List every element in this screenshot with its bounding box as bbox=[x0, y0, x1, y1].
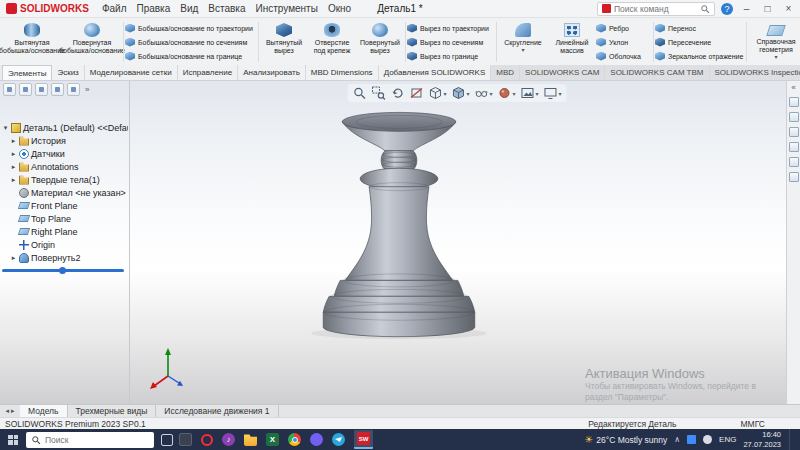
tab-solidworks-addins[interactable]: Добавления SOLIDWORKS bbox=[379, 65, 492, 80]
view-settings-icon[interactable]: ▾ bbox=[544, 86, 562, 100]
menu-tools[interactable]: Инструменты bbox=[251, 3, 323, 14]
menu-insert[interactable]: Вставка bbox=[203, 3, 250, 14]
tab-scroll-left-icon[interactable]: ◂ bbox=[5, 407, 9, 415]
tab-repair[interactable]: Исправление bbox=[178, 65, 239, 80]
menu-view[interactable]: Вид bbox=[175, 3, 203, 14]
taskbar-search[interactable] bbox=[26, 432, 154, 448]
expand-icon[interactable]: ▸ bbox=[10, 163, 17, 171]
tab-3d-views[interactable]: Трехмерные виды bbox=[68, 405, 157, 417]
music-app-icon[interactable]: ♪ bbox=[222, 433, 235, 446]
design-library-icon[interactable] bbox=[789, 97, 799, 107]
tab-evaluate[interactable]: Анализировать bbox=[238, 65, 306, 80]
wrap-button[interactable]: Перенос bbox=[655, 22, 745, 34]
browser-icon[interactable] bbox=[288, 433, 301, 446]
tab-mbd-dimensions[interactable]: MBD Dimensions bbox=[306, 65, 379, 80]
task-view-icon[interactable] bbox=[161, 434, 173, 446]
hide-show-items-icon[interactable]: ▾ bbox=[474, 86, 492, 100]
intersect-button[interactable]: Пересечение bbox=[655, 36, 745, 48]
featuremanager-tab-icon[interactable] bbox=[3, 83, 16, 96]
shell-button[interactable]: Оболочка bbox=[596, 50, 652, 62]
tree-item-top-plane[interactable]: Top Plane bbox=[10, 212, 128, 225]
command-search[interactable] bbox=[597, 2, 715, 16]
collapse-icon[interactable]: ▾ bbox=[2, 124, 9, 132]
tree-item-solid-bodies[interactable]: ▸Твердые тела(1) bbox=[10, 173, 128, 186]
pane-collapse-icon[interactable]: « bbox=[791, 84, 795, 92]
graphics-viewport[interactable]: ▾ ▾ ▾ ▾ ▾ ▾ » ▾Деталь1 (Default) <<Defau… bbox=[0, 81, 800, 404]
taskbar-clock[interactable]: 16:4027.07.2023 bbox=[743, 430, 781, 449]
configurationmanager-tab-icon[interactable] bbox=[35, 83, 48, 96]
opera-icon[interactable] bbox=[201, 434, 213, 446]
previous-view-icon[interactable] bbox=[390, 86, 404, 100]
swept-boss-button[interactable]: Бобышка/основание по траектории bbox=[125, 22, 257, 34]
tree-item-annotations[interactable]: ▸Annotations bbox=[10, 160, 128, 173]
linear-pattern-button[interactable]: Линейныймассив bbox=[548, 19, 596, 65]
close-button[interactable]: × bbox=[781, 3, 796, 14]
boundary-boss-button[interactable]: Бобышка/основание на границе bbox=[125, 50, 257, 62]
hole-wizard-button[interactable]: Отверстиепод крепеж bbox=[308, 19, 356, 65]
tab-solidworks-inspection[interactable]: SOLIDWORKS Inspection bbox=[710, 65, 800, 80]
pane-expand-icon[interactable]: » bbox=[85, 85, 89, 94]
maximize-button[interactable]: □ bbox=[760, 3, 775, 14]
language-indicator[interactable]: ENG bbox=[719, 435, 736, 444]
tree-item-revolve2[interactable]: ▸Повернуть2 bbox=[10, 251, 128, 264]
display-style-icon[interactable]: ▾ bbox=[451, 86, 469, 100]
start-button[interactable] bbox=[0, 429, 26, 450]
boundary-cut-button[interactable]: Вырез по границе bbox=[407, 50, 495, 62]
tab-features[interactable]: Элементы bbox=[2, 65, 52, 80]
scene-icon[interactable] bbox=[789, 157, 799, 167]
tree-item-origin[interactable]: Origin bbox=[10, 238, 128, 251]
help-icon[interactable]: ? bbox=[721, 3, 733, 15]
expand-icon[interactable]: ▸ bbox=[10, 137, 17, 145]
taskbar-search-input[interactable] bbox=[45, 435, 149, 445]
tab-solidworks-cam[interactable]: SOLIDWORKS CAM bbox=[520, 65, 605, 80]
tree-item-front-plane[interactable]: Front Plane bbox=[10, 199, 128, 212]
fillet-button[interactable]: Скругление▾ bbox=[498, 19, 548, 65]
tab-scroll-buttons[interactable]: ◂▸ bbox=[0, 405, 20, 417]
custom-properties-icon[interactable] bbox=[789, 172, 799, 182]
tab-motion-study-1[interactable]: Исследование движения 1 bbox=[156, 405, 278, 417]
expand-icon[interactable]: ▸ bbox=[10, 254, 17, 262]
viber-icon[interactable] bbox=[310, 433, 323, 446]
tab-sketch[interactable]: Эскиз bbox=[52, 65, 84, 80]
apply-scene-icon[interactable]: ▾ bbox=[521, 86, 539, 100]
rollback-bar[interactable] bbox=[2, 269, 124, 272]
weather-widget[interactable]: ☀26°C Mostly sunny bbox=[584, 434, 667, 445]
show-desktop-strip[interactable] bbox=[789, 429, 795, 450]
file-explorer-icon[interactable] bbox=[789, 112, 799, 122]
expand-icon[interactable]: ▸ bbox=[10, 150, 17, 158]
solidworks-taskbar-button[interactable]: SW bbox=[354, 430, 373, 449]
section-view-icon[interactable] bbox=[409, 86, 423, 100]
reference-geometry-button[interactable]: Справочнаягеометрия▾ bbox=[748, 19, 800, 65]
lofted-cut-button[interactable]: Вырез по сечениям bbox=[407, 36, 495, 48]
extruded-boss-button[interactable]: Вытянутаябобышка/основание bbox=[2, 19, 62, 65]
tray-expand-icon[interactable]: ∧ bbox=[674, 435, 680, 444]
revolved-boss-button[interactable]: Повернутаябобышка/основание bbox=[62, 19, 122, 65]
view-palette-icon[interactable] bbox=[789, 127, 799, 137]
tab-solidworks-cam-tbm[interactable]: SOLIDWORKS CAM TBM bbox=[605, 65, 709, 80]
dimxpertmanager-tab-icon[interactable] bbox=[51, 83, 64, 96]
tray-app-icon[interactable] bbox=[687, 435, 696, 444]
tab-mbd[interactable]: MBD bbox=[491, 65, 520, 80]
tree-item-history[interactable]: ▸История bbox=[10, 134, 128, 147]
extruded-cut-button[interactable]: Вытянутыйвырез bbox=[260, 19, 308, 65]
lofted-boss-button[interactable]: Бобышка/основание по сечениям bbox=[125, 36, 257, 48]
telegram-icon[interactable] bbox=[332, 433, 345, 446]
zoom-to-fit-icon[interactable] bbox=[352, 86, 366, 100]
zoom-to-area-icon[interactable] bbox=[371, 86, 385, 100]
menu-edit[interactable]: Правка bbox=[131, 3, 175, 14]
expand-icon[interactable]: ▸ bbox=[10, 176, 17, 184]
mirror-button[interactable]: Зеркальное отражение bbox=[655, 50, 745, 62]
revolved-cut-button[interactable]: Повернутыйвырез bbox=[356, 19, 404, 65]
draft-button[interactable]: Уклон bbox=[596, 36, 652, 48]
menu-file[interactable]: Файл bbox=[97, 3, 132, 14]
minimize-button[interactable]: – bbox=[739, 3, 754, 14]
rib-button[interactable]: Ребро bbox=[596, 22, 652, 34]
swept-cut-button[interactable]: Вырез по траектории bbox=[407, 22, 495, 34]
tree-item-sensors[interactable]: ▸Датчики bbox=[10, 147, 128, 160]
displaymanager-tab-icon[interactable] bbox=[67, 83, 80, 96]
appearances-icon[interactable] bbox=[789, 142, 799, 152]
menu-window[interactable]: Окно bbox=[323, 3, 356, 14]
tray-app-icon[interactable] bbox=[703, 435, 712, 444]
app-icon[interactable] bbox=[179, 433, 192, 446]
command-search-input[interactable] bbox=[614, 4, 697, 14]
